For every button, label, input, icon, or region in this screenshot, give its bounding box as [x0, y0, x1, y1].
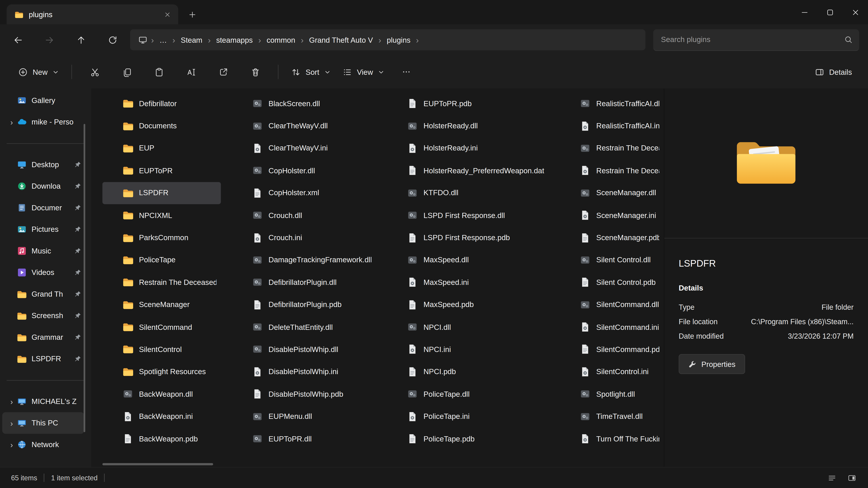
copy-button[interactable] — [115, 61, 138, 83]
file-item-defibrillator[interactable]: Defibrillator — [102, 92, 221, 115]
breadcrumb-item-plugins[interactable]: plugins — [382, 33, 415, 47]
sidebar-item-network[interactable]: ›Network — [2, 434, 84, 455]
file-item-realistictrafficai-dll[interactable]: RealisticTrafficAI.dll — [560, 92, 664, 115]
file-item-ktfdo-dll[interactable]: KTFDO.dll — [387, 182, 549, 204]
breadcrumb-chevron[interactable]: › — [377, 35, 382, 45]
file-item-scenemanager[interactable]: SceneManager — [102, 293, 221, 316]
file-item-silentcontrol-ini[interactable]: SilentControl.ini — [560, 361, 664, 383]
file-item-euptopr-pdb[interactable]: EUPToPR.pdb — [387, 92, 549, 115]
file-item-eup[interactable]: EUP — [102, 137, 221, 160]
file-item-realistictrafficai-ini[interactable]: RealisticTrafficAI.ini — [560, 115, 664, 137]
sidebar-item-mike-perso[interactable]: ›mike - Perso — [2, 111, 84, 133]
details-view-button[interactable] — [825, 470, 839, 485]
breadcrumb-chevron[interactable]: › — [207, 35, 212, 45]
search-input[interactable] — [653, 35, 859, 44]
horizontal-scrollbar[interactable] — [102, 463, 213, 465]
file-item-npci-dll[interactable]: NPCI.dll — [387, 316, 549, 338]
file-item-silentcommand-pdb[interactable]: SilentCommand.pdb — [560, 338, 664, 361]
file-item-euptopr[interactable]: EUPToPR — [102, 160, 221, 182]
refresh-button[interactable] — [101, 29, 123, 51]
file-item-lspd-first-response-pdb[interactable]: LSPD First Response.pdb — [387, 226, 549, 249]
file-item-policetape[interactable]: PoliceTape — [102, 249, 221, 271]
sidebar-item-videos[interactable]: Videos — [2, 262, 84, 283]
file-item-copholster-xml[interactable]: CopHolster.xml — [232, 182, 376, 204]
file-item-policetape-dll[interactable]: PoliceTape.dll — [387, 383, 549, 405]
up-button[interactable] — [70, 29, 92, 51]
expand-chevron-icon[interactable]: › — [6, 397, 17, 406]
file-item-silentcommand-ini[interactable]: SilentCommand.ini — [560, 316, 664, 338]
file-item-euptopr-dll[interactable]: EUPToPR.dll — [232, 428, 376, 450]
breadcrumb-item-steamapps[interactable]: steamapps — [212, 33, 257, 47]
file-item-holsterready-ini[interactable]: HolsterReady.ini — [387, 137, 549, 160]
view-button[interactable]: View — [336, 61, 390, 83]
file-item-damagetrackingframework-dll[interactable]: DamageTrackingFramework.dll — [232, 249, 376, 271]
more-options-button[interactable] — [395, 61, 418, 83]
file-item-deletethatentity-dll[interactable]: DeleteThatEntity.dll — [232, 316, 376, 338]
file-item-lspdfr[interactable]: LSPDFR — [102, 182, 221, 204]
file-item-restrain-the-deceased[interactable]: Restrain The Deceased — [102, 271, 221, 293]
file-item-defibrillatorplugin-pdb[interactable]: DefibrillatorPlugin.pdb — [232, 293, 376, 316]
file-item-maxspeed-pdb[interactable]: MaxSpeed.pdb — [387, 293, 549, 316]
file-item-spotlight-dll[interactable]: Spotlight.dll — [560, 383, 664, 405]
file-item-silentcommand[interactable]: SilentCommand — [102, 316, 221, 338]
file-item-backweapon-pdb[interactable]: BackWeapon.pdb — [102, 428, 221, 450]
file-item-disablepistolwhip-dll[interactable]: DisablePistolWhip.dll — [232, 338, 376, 361]
tab-plugins[interactable]: plugins — [6, 4, 178, 24]
sidebar-item-this-pc[interactable]: ›This PC — [2, 412, 84, 434]
sidebar-item-screensh[interactable]: Screensh — [2, 305, 84, 326]
share-button[interactable] — [212, 61, 235, 83]
back-button[interactable] — [6, 29, 29, 51]
sort-button[interactable]: Sort — [285, 61, 336, 83]
breadcrumb-item-common[interactable]: common — [262, 33, 300, 47]
file-item-holsterready-dll[interactable]: HolsterReady.dll — [387, 115, 549, 137]
breadcrumb-device-button[interactable] — [135, 35, 150, 44]
new-tab-button[interactable] — [184, 6, 200, 23]
file-item-scenemanager-ini[interactable]: SceneManager.ini — [560, 204, 664, 227]
file-item-lspd-first-response-dll[interactable]: LSPD First Response.dll — [387, 204, 549, 227]
new-button[interactable]: New — [12, 61, 65, 83]
breadcrumb-chevron[interactable]: › — [150, 35, 155, 45]
file-item-npci-pdb[interactable]: NPCI.pdb — [387, 361, 549, 383]
breadcrumb-chevron[interactable]: › — [415, 35, 420, 45]
file-item-holsterready-preferredweapon-dat[interactable]: HolsterReady_PreferredWeapon.dat — [387, 160, 549, 182]
breadcrumb-chevron[interactable]: › — [257, 35, 262, 45]
file-item-turn-off-the-fucking[interactable]: Turn Off The Fucking — [560, 428, 664, 450]
file-item-policetape-ini[interactable]: PoliceTape.ini — [387, 405, 549, 428]
file-item-disablepistolwhip-ini[interactable]: DisablePistolWhip.ini — [232, 361, 376, 383]
sidebar-item-michael-s-z[interactable]: ›MICHAEL's Z — [2, 391, 84, 412]
sidebar-item-grand-th[interactable]: Grand Th — [2, 283, 84, 305]
breadcrumb-chevron[interactable]: › — [171, 35, 176, 45]
sidebar-item-grammar[interactable]: Grammar — [2, 326, 84, 348]
delete-button[interactable] — [244, 61, 267, 83]
file-item-clearthewayv-dll[interactable]: ClearTheWayV.dll — [232, 115, 376, 137]
file-item-silentcommand-dll[interactable]: SilentCommand.dll — [560, 293, 664, 316]
close-button[interactable] — [842, 0, 868, 24]
breadcrumb-item-steam[interactable]: Steam — [176, 33, 207, 47]
large-thumbnails-button[interactable] — [845, 470, 859, 485]
sidebar-item-downloa[interactable]: Downloa — [2, 175, 84, 197]
file-item-policetape-pdb[interactable]: PoliceTape.pdb — [387, 428, 549, 450]
file-item-silentcontrol[interactable]: SilentControl — [102, 338, 221, 361]
file-item-disablepistolwhip-pdb[interactable]: DisablePistolWhip.pdb — [232, 383, 376, 405]
file-item-defibrillatorplugin-dll[interactable]: DefibrillatorPlugin.dll — [232, 271, 376, 293]
details-toggle-button[interactable]: Details — [809, 61, 858, 83]
file-item-spotlight-resources[interactable]: Spotlight Resources — [102, 361, 221, 383]
file-item-clearthewayv-ini[interactable]: ClearTheWayV.ini — [232, 137, 376, 160]
file-item-crouch-dll[interactable]: Crouch.dll — [232, 204, 376, 227]
file-item-timetravel-dll[interactable]: TimeTravel.dll — [560, 405, 664, 428]
file-item-scenemanager-pdb[interactable]: SceneManager.pdb — [560, 226, 664, 249]
rename-button[interactable] — [180, 61, 203, 83]
cut-button[interactable] — [83, 61, 106, 83]
file-item-npci-ini[interactable]: NPCI.ini — [387, 338, 549, 361]
file-item-restrain-the-decease[interactable]: Restrain The Decease — [560, 160, 664, 182]
file-item-copholster-dll[interactable]: CopHolster.dll — [232, 160, 376, 182]
expand-chevron-icon[interactable]: › — [6, 440, 17, 449]
maximize-button[interactable] — [817, 0, 843, 24]
file-item-restrain-the-decease[interactable]: Restrain The Decease — [560, 137, 664, 160]
sidebar-item-gallery[interactable]: Gallery — [2, 90, 84, 111]
expand-chevron-icon[interactable]: › — [6, 118, 17, 126]
minimize-button[interactable] — [792, 0, 817, 24]
breadcrumb-overflow[interactable]: … — [155, 33, 171, 47]
sidebar-item-lspdfr[interactable]: LSPDFR — [2, 348, 84, 369]
properties-button[interactable]: Properties — [679, 354, 745, 374]
